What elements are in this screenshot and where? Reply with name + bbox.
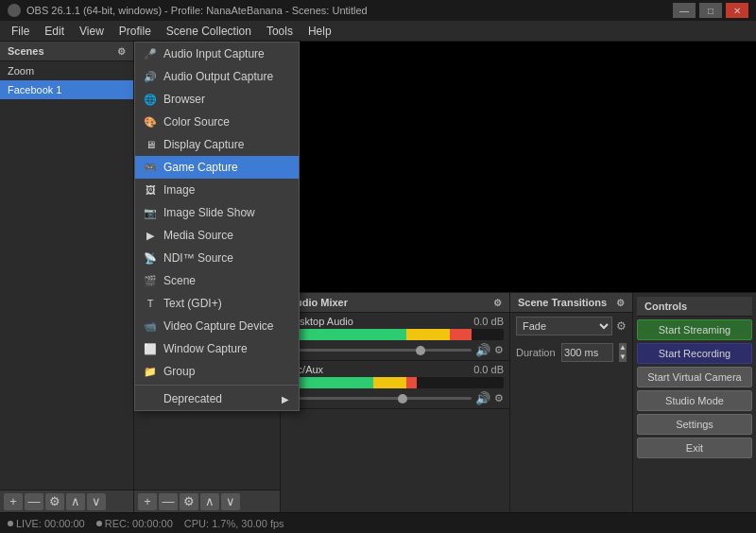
mic-settings-icon[interactable]: ⚙ — [494, 392, 504, 404]
desktop-settings-icon[interactable]: ⚙ — [494, 344, 504, 356]
menu-help[interactable]: Help — [301, 23, 339, 40]
image-slideshow-icon: 📷 — [143, 207, 158, 219]
down-source-button[interactable]: ∨ — [221, 493, 240, 510]
audio-mixer-panel: Audio Mixer ⚙ Desktop Audio 0.0 dB — [281, 293, 510, 512]
audio-meter-mic — [286, 377, 504, 388]
display-capture-icon: 🖥 — [143, 139, 158, 150]
app-icon — [8, 4, 21, 17]
media-source-icon: ▶ — [143, 230, 158, 242]
ctx-window-capture[interactable]: ⬜ Window Capture — [135, 337, 299, 360]
add-scene-button[interactable]: + — [4, 493, 23, 510]
ctx-video-capture[interactable]: 📹 Video Capture Device — [135, 315, 299, 337]
ctx-scene[interactable]: 🎬 Scene — [135, 269, 299, 292]
live-time: 00:00:00 — [44, 518, 85, 529]
menu-profile[interactable]: Profile — [112, 23, 159, 40]
transitions-config-icon[interactable]: ⚙ — [616, 298, 625, 308]
scene-item-zoom[interactable]: Zoom — [0, 61, 133, 80]
ctx-audio-input[interactable]: 🎤 Audio Input Capture — [135, 43, 299, 65]
transition-type-select[interactable]: Fade Cut Swipe Slide — [516, 317, 612, 335]
duration-down-button[interactable]: ▼ — [619, 352, 627, 362]
ndi-source-icon: 📡 — [143, 252, 158, 265]
audio-track-mic-db: 0.0 dB — [473, 364, 504, 375]
window-capture-icon: ⬜ — [143, 343, 158, 355]
duration-label: Duration — [516, 347, 558, 358]
studio-mode-button[interactable]: Studio Mode — [637, 390, 752, 411]
status-rec: REC: 00:00:00 — [96, 518, 173, 529]
controls-panel: Controls Start Streaming Start Recording… — [633, 293, 756, 512]
image-icon: 🖼 — [143, 184, 158, 196]
menu-bar: File Edit View Profile Scene Collection … — [0, 21, 756, 42]
transition-duration-row: Duration ▲ ▼ — [510, 339, 632, 366]
config-source-button[interactable]: ⚙ — [180, 493, 198, 510]
ctx-ndi-source[interactable]: 📡 NDI™ Source — [135, 247, 299, 269]
menu-file[interactable]: File — [4, 23, 37, 40]
audio-track-desktop-db: 0.0 dB — [473, 316, 504, 327]
down-scene-button[interactable]: ∨ — [87, 493, 106, 510]
config-scene-button[interactable]: ⚙ — [45, 493, 64, 510]
ctx-browser[interactable]: 🌐 Browser — [135, 88, 299, 111]
color-source-icon: 🎨 — [143, 116, 158, 129]
window-controls: — □ ✕ — [673, 3, 748, 18]
duration-up-button[interactable]: ▲ — [619, 343, 627, 352]
ctx-image-slide-show[interactable]: 📷 Image Slide Show — [135, 201, 299, 224]
audio-track-desktop: Desktop Audio 0.0 dB 🔊 — [281, 313, 509, 361]
menu-scene-collection[interactable]: Scene Collection — [159, 23, 259, 40]
up-source-button[interactable]: ∧ — [200, 493, 219, 510]
ctx-media-source[interactable]: ▶ Media Source — [135, 224, 299, 247]
close-button[interactable]: ✕ — [726, 3, 748, 18]
fps-label: 30.00 fps — [241, 518, 284, 529]
remove-scene-button[interactable]: — — [25, 493, 43, 510]
text-gdi-icon: T — [143, 298, 158, 309]
ctx-color-source[interactable]: 🎨 Color Source — [135, 111, 299, 133]
ctx-display-capture[interactable]: 🖥 Display Capture — [135, 133, 299, 156]
add-source-button[interactable]: + — [138, 493, 157, 510]
up-scene-button[interactable]: ∧ — [66, 493, 85, 510]
scenes-config-icon[interactable]: ⚙ — [117, 46, 126, 57]
ctx-divider — [135, 385, 299, 386]
transition-type-row: Fade Cut Swipe Slide ⚙ — [510, 313, 632, 339]
transitions-panel-header: Scene Transitions ⚙ — [510, 293, 632, 313]
ctx-audio-output[interactable]: 🔊 Audio Output Capture — [135, 65, 299, 88]
scene-item-facebook[interactable]: Facebook 1 — [0, 80, 133, 99]
ctx-image[interactable]: 🖼 Image — [135, 179, 299, 201]
minimize-button[interactable]: — — [673, 3, 696, 18]
audio-meter-desktop — [286, 329, 504, 340]
start-virtual-camera-button[interactable]: Start Virtual Camera — [637, 367, 752, 387]
status-cpu: CPU: 1.7%, 30.00 fps — [184, 518, 284, 529]
ctx-group[interactable]: 📁 Group — [135, 360, 299, 383]
status-bar: LIVE: 00:00:00 REC: 00:00:00 CPU: 1.7%, … — [0, 512, 756, 533]
start-recording-button[interactable]: Start Recording — [637, 343, 752, 364]
audio-input-icon: 🎤 — [143, 48, 158, 60]
audio-mixer-header: Audio Mixer ⚙ — [281, 293, 509, 313]
scene-icon: 🎬 — [143, 275, 158, 287]
ctx-deprecated[interactable]: Deprecated ▶ — [135, 387, 299, 410]
desktop-mute-icon[interactable]: 🔊 — [475, 343, 490, 357]
browser-icon: 🌐 — [143, 94, 158, 106]
remove-source-button[interactable]: — — [159, 493, 178, 510]
maximize-button[interactable]: □ — [699, 3, 722, 18]
audio-mixer-config-icon[interactable]: ⚙ — [493, 298, 502, 308]
menu-view[interactable]: View — [72, 23, 112, 40]
scenes-toolbar: + — ⚙ ∧ ∨ — [0, 490, 133, 512]
desktop-volume-slider[interactable] — [286, 349, 472, 352]
cpu-label: CPU: 1.7%, — [184, 518, 238, 529]
ctx-game-capture[interactable]: 🎮 Game Capture — [135, 156, 299, 179]
ctx-text-gdi[interactable]: T Text (GDI+) — [135, 292, 299, 315]
start-streaming-button[interactable]: Start Streaming — [637, 319, 752, 340]
live-dot — [8, 521, 13, 526]
title-bar: OBS 26.1.1 (64-bit, windows) - Profile: … — [0, 0, 756, 21]
window-title: OBS 26.1.1 (64-bit, windows) - Profile: … — [26, 5, 673, 16]
exit-button[interactable]: Exit — [637, 438, 752, 458]
video-capture-icon: 📹 — [143, 320, 158, 333]
mic-volume-slider[interactable] — [286, 397, 472, 400]
deprecated-arrow-icon: ▶ — [282, 394, 289, 404]
transition-type-gear-icon[interactable]: ⚙ — [616, 319, 627, 333]
audio-track-mic: Mic/Aux 0.0 dB 🔊 — [281, 361, 509, 409]
duration-input[interactable] — [561, 343, 613, 362]
mic-mute-icon[interactable]: 🔊 — [475, 391, 490, 405]
menu-edit[interactable]: Edit — [37, 23, 72, 40]
settings-button[interactable]: Settings — [637, 414, 752, 435]
context-menu: 🎤 Audio Input Capture 🔊 Audio Output Cap… — [134, 42, 300, 411]
menu-tools[interactable]: Tools — [259, 23, 301, 40]
rec-label: REC: — [105, 518, 129, 529]
